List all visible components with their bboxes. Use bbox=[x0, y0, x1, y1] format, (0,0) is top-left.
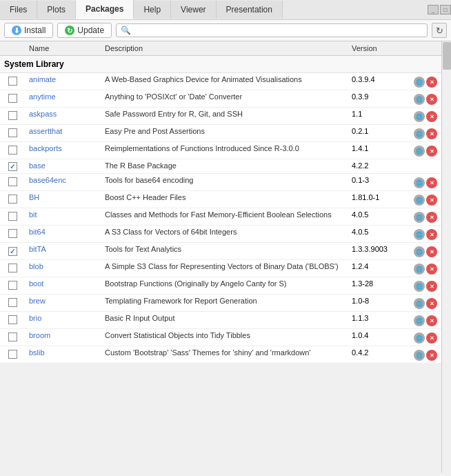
package-name[interactable]: bit bbox=[25, 208, 101, 226]
delete-button[interactable]: ✕ bbox=[426, 146, 437, 157]
globe-icon[interactable]: 🌐 bbox=[414, 281, 425, 292]
checkbox-cell[interactable] bbox=[0, 346, 25, 364]
package-checkbox[interactable] bbox=[8, 264, 17, 272]
package-checkbox[interactable] bbox=[8, 350, 17, 359]
delete-button[interactable]: ✕ bbox=[426, 94, 437, 105]
package-checkbox[interactable] bbox=[8, 315, 17, 324]
delete-button[interactable]: ✕ bbox=[426, 315, 437, 326]
package-name[interactable]: bitTA bbox=[25, 243, 101, 260]
scrollbar[interactable] bbox=[441, 41, 451, 473]
package-checkbox[interactable] bbox=[8, 333, 17, 341]
scrollbar-thumb[interactable] bbox=[443, 42, 451, 70]
package-name-link[interactable]: brew bbox=[29, 297, 46, 305]
delete-button[interactable]: ✕ bbox=[426, 111, 437, 122]
package-name-link[interactable]: bslib bbox=[29, 348, 45, 357]
checkbox-cell[interactable] bbox=[0, 208, 25, 226]
package-name[interactable]: bslib bbox=[25, 346, 101, 364]
tab-help[interactable]: Help bbox=[134, 1, 171, 19]
package-name[interactable]: anytime bbox=[25, 90, 101, 108]
package-name[interactable]: BH bbox=[25, 191, 101, 208]
globe-icon[interactable]: 🌐 bbox=[414, 77, 425, 88]
delete-button[interactable]: ✕ bbox=[426, 281, 437, 292]
package-checkbox[interactable] bbox=[8, 77, 17, 86]
install-button[interactable]: ⬇ Install bbox=[4, 23, 53, 38]
delete-button[interactable]: ✕ bbox=[426, 350, 437, 361]
globe-icon[interactable]: 🌐 bbox=[414, 111, 425, 122]
package-checkbox[interactable] bbox=[8, 212, 17, 221]
globe-icon[interactable]: 🌐 bbox=[414, 128, 425, 139]
package-checkbox[interactable] bbox=[8, 111, 17, 120]
checkbox-cell[interactable] bbox=[0, 329, 25, 346]
tab-viewer[interactable]: Viewer bbox=[171, 1, 216, 19]
package-checkbox[interactable] bbox=[8, 229, 17, 238]
package-name[interactable]: base bbox=[25, 159, 101, 174]
package-checkbox[interactable] bbox=[8, 94, 17, 103]
checkbox-cell[interactable] bbox=[0, 243, 25, 260]
delete-button[interactable]: ✕ bbox=[426, 128, 437, 139]
globe-icon[interactable]: 🌐 bbox=[414, 146, 425, 157]
package-name-link[interactable]: anytime bbox=[29, 92, 56, 101]
package-name[interactable]: backports bbox=[25, 142, 101, 159]
checkbox-cell[interactable] bbox=[0, 312, 25, 329]
checkbox-cell[interactable] bbox=[0, 73, 25, 90]
package-name[interactable]: askpass bbox=[25, 108, 101, 125]
package-name-link[interactable]: assertthat bbox=[29, 127, 62, 135]
tab-packages[interactable]: Packages bbox=[76, 0, 134, 19]
globe-icon[interactable]: 🌐 bbox=[414, 350, 425, 361]
package-checkbox[interactable] bbox=[8, 128, 17, 137]
package-checkbox[interactable] bbox=[8, 281, 17, 290]
package-name-link[interactable]: bit bbox=[29, 210, 37, 219]
checkbox-cell[interactable] bbox=[0, 191, 25, 208]
globe-icon[interactable]: 🌐 bbox=[414, 298, 425, 309]
package-name-link[interactable]: askpass bbox=[29, 110, 57, 118]
checkbox-cell[interactable] bbox=[0, 295, 25, 312]
checkbox-cell[interactable] bbox=[0, 277, 25, 295]
package-name[interactable]: brew bbox=[25, 295, 101, 312]
delete-button[interactable]: ✕ bbox=[426, 177, 437, 188]
checkbox-cell[interactable] bbox=[0, 226, 25, 243]
package-name-link[interactable]: BH bbox=[29, 193, 39, 201]
globe-icon[interactable]: 🌐 bbox=[414, 229, 425, 240]
globe-icon[interactable]: 🌐 bbox=[414, 315, 425, 326]
globe-icon[interactable]: 🌐 bbox=[414, 177, 425, 188]
tab-presentation[interactable]: Presentation bbox=[217, 1, 283, 19]
package-name[interactable]: brio bbox=[25, 312, 101, 329]
package-name-link[interactable]: animate bbox=[29, 75, 56, 83]
package-name-link[interactable]: bit64 bbox=[29, 228, 46, 236]
package-checkbox[interactable] bbox=[8, 195, 17, 204]
package-checkbox[interactable] bbox=[8, 247, 17, 256]
checkbox-cell[interactable] bbox=[0, 125, 25, 142]
package-name[interactable]: bit64 bbox=[25, 226, 101, 243]
delete-button[interactable]: ✕ bbox=[426, 212, 437, 223]
package-checkbox[interactable] bbox=[8, 146, 17, 155]
globe-icon[interactable]: 🌐 bbox=[414, 264, 425, 275]
delete-button[interactable]: ✕ bbox=[426, 246, 437, 257]
maximize-button[interactable]: □ bbox=[440, 5, 451, 14]
delete-button[interactable]: ✕ bbox=[426, 77, 437, 88]
package-name[interactable]: assertthat bbox=[25, 125, 101, 142]
package-name-link[interactable]: bitTA bbox=[29, 245, 46, 253]
search-input[interactable] bbox=[134, 26, 423, 35]
package-name-link[interactable]: backports bbox=[29, 144, 62, 152]
checkbox-cell[interactable] bbox=[0, 142, 25, 159]
package-name-link[interactable]: boot bbox=[29, 279, 43, 288]
globe-icon[interactable]: 🌐 bbox=[414, 94, 425, 105]
package-name-link[interactable]: broom bbox=[29, 331, 50, 339]
delete-button[interactable]: ✕ bbox=[426, 264, 437, 275]
package-checkbox[interactable] bbox=[8, 162, 17, 171]
package-name-link[interactable]: base bbox=[29, 161, 46, 170]
globe-icon[interactable]: 🌐 bbox=[414, 212, 425, 223]
checkbox-cell[interactable] bbox=[0, 260, 25, 277]
package-name[interactable]: base64enc bbox=[25, 174, 101, 191]
checkbox-cell[interactable] bbox=[0, 108, 25, 125]
package-checkbox[interactable] bbox=[8, 177, 17, 186]
globe-icon[interactable]: 🌐 bbox=[414, 333, 425, 344]
package-name[interactable]: broom bbox=[25, 329, 101, 346]
refresh-button[interactable]: ↻ bbox=[432, 23, 447, 38]
tab-plots[interactable]: Plots bbox=[37, 1, 76, 19]
table-scroll[interactable]: Name Description Version System Library … bbox=[0, 41, 441, 473]
update-button[interactable]: ↻ Update bbox=[57, 23, 112, 38]
globe-icon[interactable]: 🌐 bbox=[414, 195, 425, 206]
package-name[interactable]: animate bbox=[25, 73, 101, 90]
package-name[interactable]: blob bbox=[25, 260, 101, 277]
